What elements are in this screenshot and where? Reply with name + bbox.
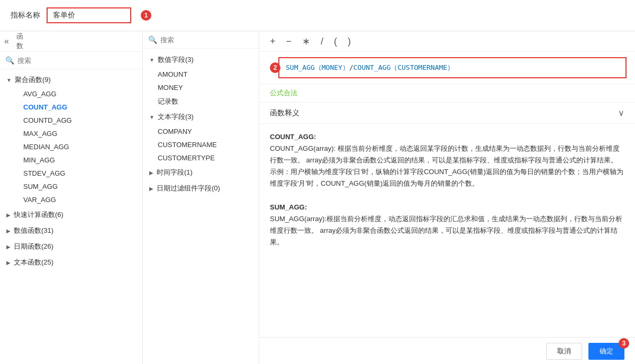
formula-box[interactable]: SUM_AGG（MONEY）/COUNT_AGG（CUSTOMERNAME） (278, 57, 627, 78)
formula-money: MONEY (322, 63, 342, 71)
collapse-icon[interactable]: « (0, 31, 13, 51)
field-item-company[interactable]: COMPANY (143, 125, 259, 138)
tree-group-date-label: 日期函数(26) (14, 242, 53, 251)
func-doc-area: 函数释义 ∨ COUNT_AGG: COUNT_AGG(array): 根据当前… (259, 103, 635, 337)
field-item-customertype[interactable]: CUSTOMERTYPE (143, 151, 259, 165)
field-group-time-label: 时间字段(1) (157, 168, 193, 177)
main-area: « 函数 🔍 ▼ 聚合函数(9) AVG_AGG COUNT_AGG COUNT… (0, 31, 635, 364)
metric-name-label: 指标名称 (11, 11, 40, 20)
middle-search-box: 🔍 (143, 31, 259, 49)
field-arrow-datefilter: ▶ (149, 186, 153, 192)
badge-3: 3 (619, 338, 629, 349)
formula-wrapper: 2 SUM_AGG（MONEY）/COUNT_AGG（CUSTOMERNAME） (259, 52, 635, 84)
tree-arrow-num: ▶ (6, 228, 11, 234)
confirm-button[interactable]: 确定 3 (588, 343, 624, 360)
field-item-money[interactable]: MONEY (143, 81, 259, 94)
field-group-numeric-label: 数值字段(3) (158, 55, 194, 65)
tree-item-count-agg[interactable]: COUNT_AGG (6, 101, 142, 114)
tree-arrow-quick: ▶ (6, 212, 11, 218)
tree-group-date: ▶ 日期函数(26) (0, 239, 142, 254)
tree-group-num: ▶ 数值函数(31) (0, 223, 142, 238)
func-doc-collapse-icon: ∨ (618, 108, 624, 118)
op-lparen[interactable]: ( (334, 36, 337, 47)
op-multiply[interactable]: ∗ (302, 35, 310, 47)
field-group-time: ▶ 时间字段(1) (143, 165, 259, 180)
field-arrow-numeric: ▼ (149, 57, 155, 63)
field-arrow-text: ▼ (149, 114, 155, 120)
bottom-bar: 取消 确定 3 (259, 337, 635, 364)
field-group-time-header[interactable]: ▶ 时间字段(1) (143, 165, 259, 180)
op-divide[interactable]: / (321, 36, 323, 47)
func-sum-agg-doc: SUM_AGG: SUM_AGG(array):根据当前分析维度，动态返回指标字… (270, 202, 624, 248)
op-minus[interactable]: − (286, 36, 292, 47)
tree-item-median-agg[interactable]: MEDIAN_AGG (6, 140, 142, 153)
field-group-text-items: COMPANY CUSTOMERNAME CUSTOMERTYPE (143, 125, 259, 165)
tree-group-quick-label: 快速计算函数(6) (14, 210, 64, 220)
right-content: + − ∗ / ( ) 2 SUM_AGG（MONEY）/COUNT_AGG（C… (259, 31, 635, 337)
middle-search-input[interactable] (160, 36, 253, 44)
tree-item-avg-agg[interactable]: AVG_AGG (6, 87, 142, 101)
header-row: 指标名称 1 (0, 0, 635, 31)
metric-name-input-wrapper (47, 7, 131, 23)
tree-group-agg-header[interactable]: ▼ 聚合函数(9) (0, 72, 142, 87)
field-arrow-time: ▶ (149, 170, 153, 176)
field-item-amount[interactable]: AMOUNT (143, 68, 259, 81)
middle-panel: 🔍 ▼ 数值字段(3) AMOUNT MONEY 记录数 ▼ (143, 31, 259, 364)
tree-group-text-label: 文本函数(25) (14, 258, 53, 267)
tree-arrow-agg: ▼ (6, 77, 12, 83)
op-rparen[interactable]: ) (348, 36, 351, 47)
func-doc-header[interactable]: 函数释义 ∨ (259, 103, 635, 124)
tree-group-agg-label: 聚合函数(9) (15, 75, 51, 85)
formula-customername: CUSTOMERNAME (397, 63, 447, 71)
field-group-numeric-header[interactable]: ▼ 数值字段(3) (143, 52, 259, 68)
tree-group-agg-items: AVG_AGG COUNT_AGG COUNTD_AGG MAX_AGG MED… (0, 87, 142, 206)
tree-group-agg: ▼ 聚合函数(9) AVG_AGG COUNT_AGG COUNTD_AGG M… (0, 72, 142, 206)
right-panel: + − ∗ / ( ) 2 SUM_AGG（MONEY）/COUNT_AGG（C… (259, 31, 635, 364)
func-sum-agg-name: SUM_AGG: (270, 203, 307, 211)
tree-group-text-header[interactable]: ▶ 文本函数(25) (0, 255, 142, 270)
func-count-agg-doc: COUNT_AGG: COUNT_AGG(array): 根据当前分析维度，动态… (270, 131, 624, 189)
cancel-button[interactable]: 取消 (546, 343, 582, 360)
tree-item-sum-agg[interactable]: SUM_AGG (6, 180, 142, 193)
metric-name-input[interactable] (47, 7, 131, 23)
left-search-input[interactable] (17, 57, 137, 65)
field-tree: ▼ 数值字段(3) AMOUNT MONEY 记录数 ▼ 文本字段(3) COM… (143, 49, 259, 364)
tree-item-var-agg[interactable]: VAR_AGG (6, 193, 142, 206)
search-icon: 🔍 (5, 56, 14, 65)
formula-sum-agg: SUM_AGG (286, 63, 315, 71)
function-tree: ▼ 聚合函数(9) AVG_AGG COUNT_AGG COUNTD_AGG M… (0, 69, 142, 364)
tree-item-countd-agg[interactable]: COUNTD_AGG (6, 114, 142, 127)
formula-paren1: （ (315, 63, 322, 71)
middle-search-icon: 🔍 (148, 35, 157, 44)
tree-group-quick-header[interactable]: ▶ 快速计算函数(6) (0, 207, 142, 222)
field-group-text-header[interactable]: ▼ 文本字段(3) (143, 109, 259, 125)
func-count-agg-name: COUNT_AGG: (270, 133, 316, 141)
func-doc-content: COUNT_AGG: COUNT_AGG(array): 根据当前分析维度，动态… (259, 124, 635, 256)
field-group-numeric-items: AMOUNT MONEY 记录数 (143, 68, 259, 109)
badge-1: 1 (141, 10, 151, 21)
tree-group-text: ▶ 文本函数(25) (0, 255, 142, 270)
field-item-records[interactable]: 记录数 (143, 94, 259, 109)
formula-count-agg: COUNT_AGG (353, 63, 391, 71)
tree-item-stdev-agg[interactable]: STDEV_AGG (6, 167, 142, 180)
tree-item-max-agg[interactable]: MAX_AGG (6, 127, 142, 140)
field-group-numeric: ▼ 数值字段(3) AMOUNT MONEY 记录数 (143, 52, 259, 109)
field-group-text: ▼ 文本字段(3) COMPANY CUSTOMERNAME CUSTOMERT… (143, 109, 259, 165)
tree-group-num-header[interactable]: ▶ 数值函数(31) (0, 223, 142, 238)
op-plus[interactable]: + (270, 36, 276, 47)
formula-status: 公式合法 (259, 84, 635, 103)
field-item-customername[interactable]: CUSTOMERNAME (143, 138, 259, 151)
formula-paren3: （ (391, 63, 397, 71)
sidebar-top: « 函数 (0, 31, 142, 52)
formula-div: / (349, 63, 353, 71)
left-sidebar: « 函数 🔍 ▼ 聚合函数(9) AVG_AGG COUNT_AGG COUNT… (0, 31, 143, 364)
tree-arrow-text: ▶ (6, 260, 11, 266)
formula-toolbar: + − ∗ / ( ) (259, 31, 635, 52)
field-group-datefilter-header[interactable]: ▶ 日期过滤组件字段(0) (143, 180, 259, 196)
tree-group-date-header[interactable]: ▶ 日期函数(26) (0, 239, 142, 254)
tree-item-min-agg[interactable]: MIN_AGG (6, 153, 142, 167)
tree-arrow-date: ▶ (6, 244, 11, 250)
tree-group-num-label: 数值函数(31) (14, 226, 53, 235)
tree-group-quick: ▶ 快速计算函数(6) (0, 207, 142, 222)
formula-paren2: ） (342, 63, 349, 71)
